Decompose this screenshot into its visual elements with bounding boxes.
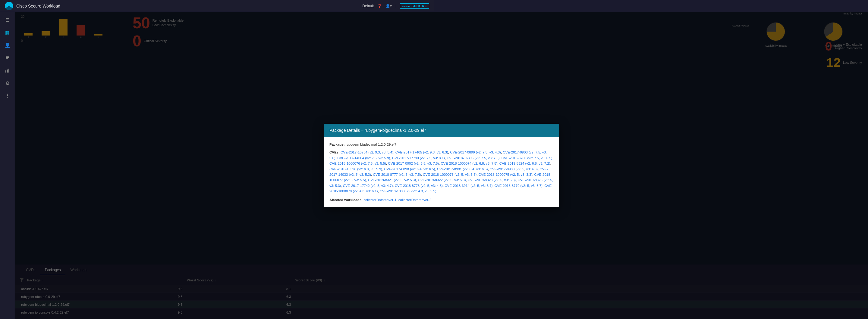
svg-point-8 [7,97,8,98]
modal-title: Package Details – rubygem-bigdecimal-1.2… [330,128,426,133]
modal-package-value: rubygem-bigdecimal-1.2.0-29.el7 [346,143,396,146]
svg-rect-0 [6,56,9,57]
package-details-modal: Package Details – rubygem-bigdecimal-1.2… [324,124,434,160]
cve-link[interactable]: CVE-2017-10784 (v2: 9.3, v3: 5.4) [341,150,393,154]
modal-package-line: Package: rubygem-bigdecimal-1.2.0-29.el7 [330,142,434,147]
svg-rect-2 [6,59,8,59]
sidebar-item-dashboard[interactable]: ▦ [2,27,13,38]
sidebar-item-analytics[interactable] [2,65,13,76]
cve-link[interactable]: CVE-2017-17790 (v2: 7.5, v3: 8.1) [392,156,434,160]
cve-link[interactable]: CVE-2017-17405 (v2: 9.3, v3: 6.3) [396,150,434,154]
cve-list: CVE-2017-10784 (v2: 9.3, v3: 5.4), CVE-2… [330,150,434,160]
cve-link[interactable]: CVE-2017-14064 (v2: 7.5, v3: 5.9) [337,156,390,160]
sidebar: ☰ ▦ 👤 ⚙ [0,12,15,160]
sidebar-item-policies[interactable] [2,52,13,63]
modal-cves-section: CVEs: CVE-2017-10784 (v2: 9.3, v3: 5.4),… [330,149,434,160]
app-logo [5,2,13,10]
modal-cves-label: CVEs: [330,150,340,154]
main-content: 20 – 1 2 3 4 [15,12,434,160]
help-icon[interactable]: ❓ [377,4,382,8]
svg-point-7 [7,96,8,96]
svg-rect-1 [6,57,9,58]
sidebar-item-users[interactable]: 👤 [2,40,13,50]
top-right-controls: Default ❓ 👤▾ | ahah SECURE [362,3,429,9]
modal-header: Package Details – rubygem-bigdecimal-1.2… [324,124,434,137]
top-nav: Cisco Secure Workload Default ❓ 👤▾ | aha… [0,0,434,12]
svg-rect-5 [8,69,9,73]
svg-point-6 [7,94,8,95]
user-icon[interactable]: 👤▾ [385,4,392,8]
app-title: Cisco Secure Workload [16,4,362,8]
sidebar-item-settings[interactable]: ⚙ [2,78,13,88]
modal-body: Package: rubygem-bigdecimal-1.2.0-29.el7… [324,137,434,160]
default-button[interactable]: Default [362,4,374,8]
sidebar-item-menu[interactable]: ☰ [2,14,13,25]
modal-overlay[interactable]: Package Details – rubygem-bigdecimal-1.2… [15,12,434,160]
svg-rect-4 [7,70,8,73]
cisco-brand: ahah SECURE [400,3,429,9]
sidebar-item-more[interactable] [2,90,13,101]
svg-rect-3 [5,70,6,73]
modal-package-label: Package: [330,143,345,146]
